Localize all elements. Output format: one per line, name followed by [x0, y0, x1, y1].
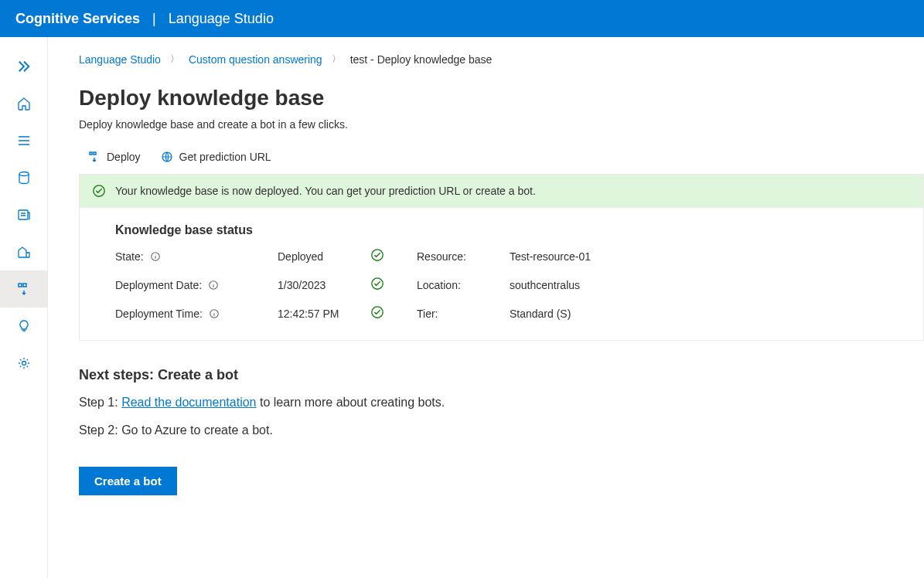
deploy-button[interactable]: Deploy: [88, 151, 141, 163]
sidebar-settings[interactable]: [0, 345, 48, 382]
svg-point-4: [22, 362, 26, 366]
status-value-state: Deployed: [278, 250, 370, 263]
toolbar: Deploy Get prediction URL: [79, 151, 924, 163]
database-icon: [16, 170, 32, 185]
sidebar: [0, 37, 48, 578]
sidebar-library[interactable]: [0, 122, 48, 159]
breadcrumb-link-qna[interactable]: Custom question answering: [189, 53, 322, 66]
info-icon: [209, 308, 220, 319]
home-icon: [16, 96, 32, 111]
breadcrumb: Language Studio 〉 Custom question answer…: [79, 53, 924, 66]
svg-point-0: [19, 172, 29, 176]
status-card: Knowledge base status State: Deployed Re…: [79, 207, 924, 341]
get-url-button-label: Get prediction URL: [179, 151, 271, 163]
page-title: Deploy knowledge base: [79, 86, 924, 110]
check-circle-icon: [370, 277, 384, 291]
status-title: Knowledge base status: [115, 223, 888, 237]
status-grid: State: Deployed Resource: Test-resource-…: [115, 248, 888, 321]
check-circle-icon: [370, 248, 384, 262]
get-prediction-url-button[interactable]: Get prediction URL: [161, 151, 271, 163]
status-check: [370, 305, 417, 321]
main-content: Language Studio 〉 Custom question answer…: [48, 37, 924, 578]
lightbulb-icon: [16, 318, 32, 334]
status-value-tier: Standard (S): [510, 308, 888, 320]
chevron-right-icon: 〉: [170, 53, 179, 66]
svg-rect-1: [19, 210, 28, 219]
status-value-resource: Test-resource-01: [510, 250, 888, 263]
page-subtitle: Deploy knowledge base and create a bot i…: [79, 118, 924, 131]
banner-message: Your knowledge base is now deployed. You…: [115, 185, 536, 197]
sidebar-deploy[interactable]: [0, 270, 48, 308]
header-divider: |: [152, 11, 156, 27]
status-label-state: State:: [115, 250, 278, 263]
breadcrumb-link-studio[interactable]: Language Studio: [79, 53, 161, 66]
studio-name: Language Studio: [169, 11, 274, 27]
news-icon: [16, 207, 32, 223]
deploy-action-icon: [88, 151, 101, 163]
chevron-right-icon: 〉: [332, 53, 341, 66]
info-icon: [150, 251, 161, 262]
sidebar-news[interactable]: [0, 196, 48, 233]
sidebar-data[interactable]: [0, 159, 48, 196]
status-check: [370, 248, 417, 264]
svg-rect-5: [90, 152, 92, 155]
next-steps-title: Next steps: Create a bot: [79, 367, 924, 383]
sidebar-insights[interactable]: [0, 308, 48, 345]
status-value-date: 1/30/2023: [278, 279, 370, 291]
create-bot-button[interactable]: Create a bot: [79, 467, 177, 495]
status-label-time: Deployment Time:: [115, 308, 278, 320]
breadcrumb-current: test - Deploy knowledge base: [350, 53, 493, 66]
check-circle-icon: [92, 184, 106, 198]
building-icon: [16, 244, 32, 260]
deploy-icon: [16, 281, 32, 297]
status-label-tier: Tier:: [417, 308, 510, 320]
status-label-date: Deployment Date:: [115, 279, 278, 291]
step-2: Step 2: Go to Azure to create a bot.: [79, 423, 924, 437]
status-value-location: southcentralus: [510, 279, 888, 291]
status-label-resource: Resource:: [417, 250, 510, 263]
svg-rect-2: [19, 284, 22, 287]
brand-name: Cognitive Services: [15, 11, 140, 27]
deploy-button-label: Deploy: [107, 151, 141, 163]
globe-icon: [161, 151, 173, 163]
check-circle-icon: [370, 305, 384, 319]
success-banner: Your knowledge base is now deployed. You…: [79, 174, 924, 207]
sidebar-home[interactable]: [0, 85, 48, 122]
svg-rect-3: [23, 284, 26, 287]
status-value-time: 12:42:57 PM: [278, 308, 370, 320]
sidebar-expand[interactable]: [0, 48, 48, 85]
top-header: Cognitive Services | Language Studio: [0, 0, 924, 37]
info-icon: [208, 280, 219, 291]
sidebar-build[interactable]: [0, 233, 48, 270]
documentation-link[interactable]: Read the documentation: [121, 396, 256, 409]
status-label-location: Location:: [417, 279, 510, 291]
svg-rect-6: [94, 152, 96, 155]
status-check: [370, 277, 417, 293]
gear-icon: [16, 355, 32, 371]
chevron-double-right-icon: [16, 59, 32, 74]
list-icon: [16, 133, 32, 148]
step-1: Step 1: Read the documentation to learn …: [79, 396, 924, 410]
